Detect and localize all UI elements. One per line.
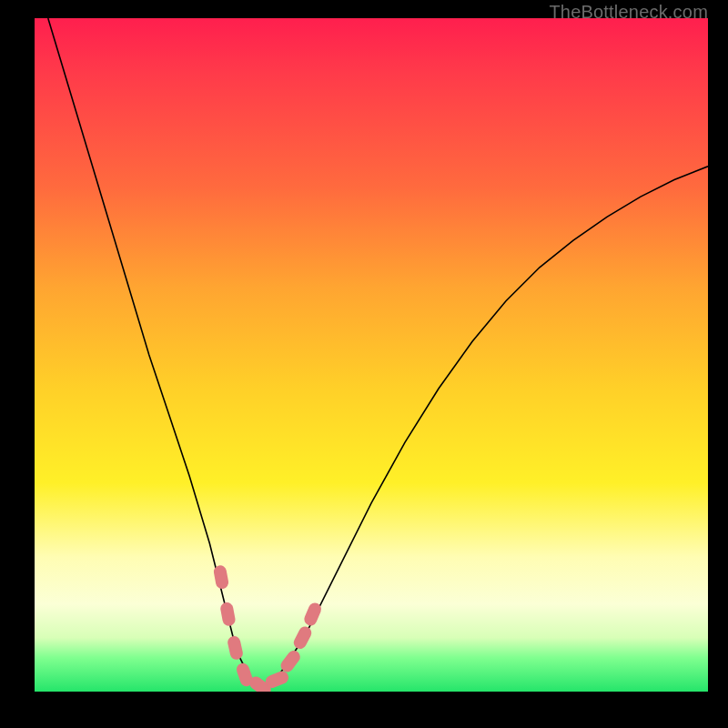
highlight-marker [234,642,237,653]
chart-frame: TheBottleneck.com [0,0,728,728]
highlight-marker [272,678,282,682]
highlight-marker [220,571,222,582]
highlight-marker [310,609,315,619]
highlight-marker [300,633,306,643]
bottleneck-curve [48,18,708,688]
curve-svg [35,18,708,692]
highlight-markers [220,571,315,689]
highlight-marker [243,670,247,680]
watermark-text: TheBottleneck.com [549,2,708,23]
highlight-marker [288,657,294,666]
plot-area [35,18,708,692]
highlight-marker [227,609,228,620]
highlight-marker [256,683,265,690]
